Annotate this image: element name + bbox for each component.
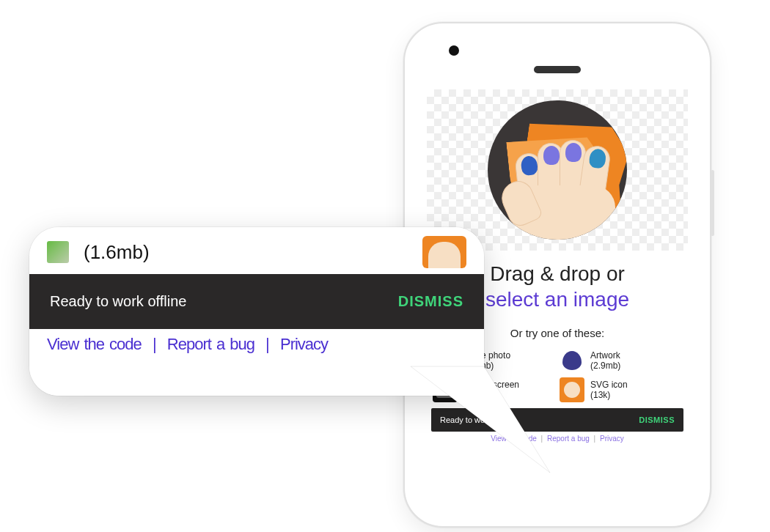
sample-size: (13k) [590,390,628,400]
svg-marker-0 [411,366,550,473]
phone-camera [449,45,459,56]
zoom-thumb-icon [47,241,69,263]
phone-speaker [534,66,581,73]
zoom-offline-snackbar: Ready to work offline DISMISS [29,274,484,329]
zoom-footer-sep: | [265,335,269,353]
sample-svg-icon[interactable]: SVG icon (13k) [560,377,682,402]
footer-privacy-link[interactable]: Privacy [600,435,624,443]
hero-dropzone[interactable] [427,89,688,251]
zoom-footer-privacy[interactable]: Privacy [280,335,328,353]
sample-size: (2.9mb) [590,361,620,371]
zoom-footer-view-code[interactable]: View the code [47,335,142,353]
zoom-dismiss-button[interactable]: DISMISS [398,293,463,310]
zoom-peek-size: (1.6mb) [84,241,150,264]
zoom-footer-sep: | [153,335,156,353]
crush-image-icon [488,100,627,240]
sample-artwork[interactable]: Artwork (2.9mb) [560,348,682,373]
zoom-peek-top: (1.6mb) [29,227,484,274]
dismiss-button[interactable]: DISMISS [639,415,675,424]
sample-label: Artwork [590,350,620,361]
sample-label: SVG icon [590,380,628,390]
zoom-snackbar-message: Ready to work offline [50,293,186,310]
footer-sep: | [594,435,596,443]
zoom-footer-report-bug[interactable]: Report a bug [167,335,254,353]
zoom-mini-illustration-icon [422,236,466,268]
zoom-peek-footer: View the code | Report a bug | Privacy [29,329,484,360]
